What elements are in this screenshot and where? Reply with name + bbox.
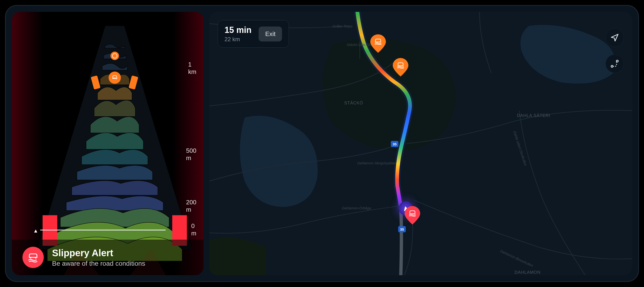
map-road-label: Dahlamon-Örbåga	[342, 206, 371, 210]
route-shield: 35	[391, 141, 398, 147]
navigation-map[interactable]: STÄCKÖ DAHLA SÄTERI DAHLAMON Gråbo-Torpa…	[210, 12, 632, 275]
map-place-label: DAHLAMON	[514, 270, 540, 275]
road-condition-panel: 1 km 500 m 200 m 0 m ▲ Slippery Alert Be…	[12, 12, 204, 275]
slippery-icon	[22, 247, 44, 268]
route-options-button[interactable]	[606, 55, 624, 73]
distance-marker: 1 km	[188, 61, 196, 76]
distance-marker: 500 m	[186, 147, 196, 162]
map-road-label: Gråbo-Torpa	[332, 24, 352, 28]
svg-rect-0	[12, 12, 42, 275]
alert-banner: Slippery Alert Be aware of the road cond…	[12, 240, 204, 275]
route-icon	[610, 59, 619, 68]
distance-marker: 200 m	[186, 199, 196, 213]
map-road-label: Stäckö Lilla Klint	[346, 43, 373, 47]
current-position-line	[40, 230, 166, 230]
road-terrain-visualization	[12, 12, 204, 275]
distance-marker: 0 m	[191, 222, 196, 237]
current-position-arrow-icon: ▲	[33, 228, 38, 234]
exit-button[interactable]: Exit	[258, 27, 282, 42]
svg-point-14	[611, 65, 613, 67]
map-canvas[interactable]	[210, 12, 632, 275]
eta-distance: 22 km	[224, 36, 252, 43]
alert-text: Slippery Alert Be aware of the road cond…	[52, 248, 145, 267]
route-shield: 35	[398, 226, 406, 232]
map-road-label: Dahlamon-Skogshyddan	[357, 161, 396, 165]
alert-subtitle: Be aware of the road conditions	[52, 260, 145, 267]
hazard-pin-icon[interactable]	[393, 58, 408, 77]
svg-point-9	[108, 72, 121, 84]
svg-point-12	[30, 257, 32, 258]
location-arrow-icon	[610, 33, 619, 42]
eta-card: 15 min 22 km Exit	[218, 20, 289, 48]
svg-point-13	[35, 257, 36, 258]
svg-point-7	[110, 52, 119, 60]
recenter-button[interactable]	[606, 29, 624, 47]
hazard-pin-icon[interactable]	[370, 34, 386, 53]
eta-time: 15 min	[224, 25, 252, 35]
device-frame: 1 km 500 m 200 m 0 m ▲ Slippery Alert Be…	[5, 5, 639, 282]
map-place-label: STÄCKÖ	[344, 101, 363, 106]
hazard-pin-icon[interactable]	[404, 206, 420, 224]
map-place-label: DAHLA SÄTERI	[517, 113, 550, 118]
alert-title: Slippery Alert	[52, 248, 145, 258]
